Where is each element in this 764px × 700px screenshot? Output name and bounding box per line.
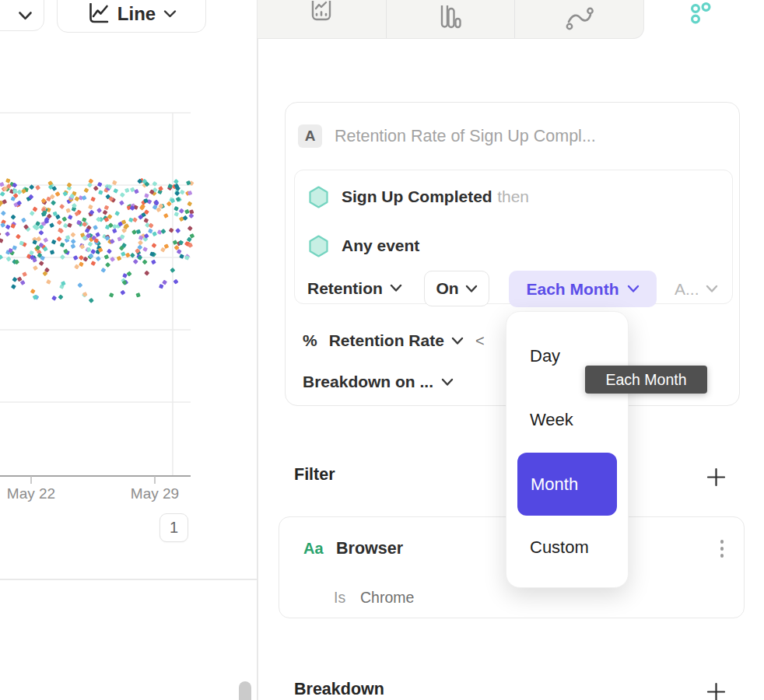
chevron-down-icon [441,378,454,387]
line-chart-icon [86,3,110,25]
horizontal-divider [0,579,258,580]
tab-scatter-active[interactable] [689,2,714,28]
chart-type-label: Line [117,3,156,25]
on-dropdown[interactable]: On [424,271,489,306]
truncated-dropdown[interactable]: A... [675,271,718,307]
filter-property-dropdown[interactable]: Browser [336,539,403,558]
add-filter-button[interactable] [704,465,727,488]
x-axis-label: May 29 [131,485,179,502]
query-title-input[interactable]: Retention Rate of Sign Up Compl... [335,124,596,148]
breakdown-section-title: Breakdown [294,680,384,699]
tooltip: Each Month [585,366,707,394]
menu-item-week[interactable]: Week [506,399,628,441]
pagination-badge[interactable]: 1 [159,513,188,542]
tab-line-chart[interactable] [258,0,386,38]
event-suffix: then [497,187,529,205]
metric-dropdown[interactable]: % Retention Rate < [303,327,485,354]
filter-section-title: Filter [294,465,335,485]
percent-icon: % [303,331,317,350]
metric-label: Retention Rate [329,331,444,350]
chart-type-button[interactable]: Line [57,0,206,33]
tooltip-text: Each Month [605,371,686,389]
breakdown-on-dropdown[interactable]: Breakdown on ... [303,369,454,395]
chevron-down-icon [627,285,640,293]
breakdown-on-label: Breakdown on ... [303,373,433,391]
hexagon-event-icon [308,235,329,257]
interval-menu: DayWeekMonthCustom [506,311,629,588]
plus-icon [706,467,727,488]
event-row-any-event[interactable]: Any event [308,235,419,257]
menu-item-month[interactable]: Month [517,453,617,516]
interval-dropdown[interactable]: Each Month [509,271,657,307]
scrollbar-thumb[interactable] [239,681,251,700]
plus-icon [706,681,727,700]
partially-hidden-text: < [475,332,485,350]
app-screen: May 22May 29 1 Line [0,0,764,700]
chart-panel-icon [304,1,338,38]
retention-type-dropdown[interactable]: Retention [307,270,402,306]
interval-label: Each Month [527,280,619,299]
view-tab-bar [258,0,644,39]
collapsed-toolbar-button[interactable] [0,0,44,31]
scatter-group-icon [689,14,714,27]
chevron-down-icon [465,285,478,293]
tab-flow[interactable] [514,0,643,38]
on-label: On [436,279,458,298]
kebab-menu-icon[interactable] [717,540,727,558]
chevron-down-icon [451,337,464,345]
filter-operator[interactable]: Is [334,589,345,607]
chevron-down-icon [390,284,402,292]
tab-bar-chart[interactable] [386,0,515,38]
hexagon-event-icon [308,186,329,208]
chevron-down-icon [18,11,33,21]
panel-divider [257,0,258,700]
event-name: Sign Up Completed [342,187,492,205]
page-number: 1 [170,519,178,537]
chevron-down-icon [706,285,718,293]
x-axis-label: May 22 [7,485,55,502]
flow-icon [564,6,595,33]
event-name: Any event [342,236,419,255]
bar-chart-icon [437,5,464,33]
add-breakdown-button[interactable] [704,680,727,700]
events-card: Sign Up Completed then Any event Retenti… [294,170,733,304]
retention-type-label: Retention [307,279,383,298]
truncated-label: A... [675,280,699,299]
menu-item-custom[interactable]: Custom [506,527,628,569]
series-letter: A [305,128,316,145]
chevron-down-icon [163,9,177,19]
filter-value[interactable]: Chrome [360,589,414,607]
series-badge: A [298,124,322,148]
event-row-sign-up[interactable]: Sign Up Completed then [308,186,529,208]
property-type-badge: Aa [303,540,324,558]
